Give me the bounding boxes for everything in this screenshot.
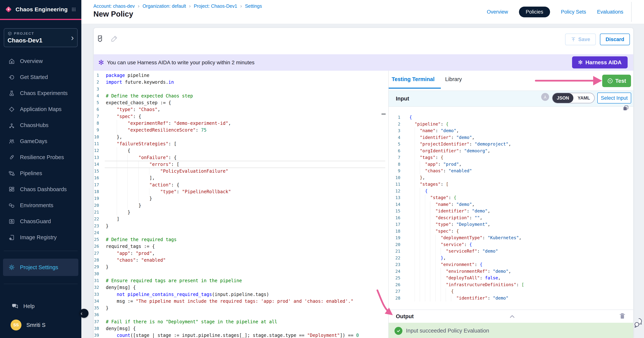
toggle-yaml[interactable]: YAML: [574, 93, 594, 103]
sidebar-item-project-settings[interactable]: Project Settings: [3, 259, 78, 276]
test-button[interactable]: Test: [602, 75, 631, 87]
code-line: 1{: [389, 114, 633, 121]
sidebar-item-label: Chaos Experiments: [20, 90, 68, 96]
policy-code-editor[interactable]: 1package pipeline2import future.keywords…: [94, 71, 388, 338]
code-line: 26required_tags := {: [94, 243, 388, 250]
tab-testing-terminal[interactable]: Testing Terminal: [392, 71, 434, 88]
home-icon: [8, 58, 15, 65]
code-line: 3 "name": "demo",: [389, 127, 633, 134]
header-divider: [631, 2, 632, 22]
sidebar-item-label: Application Maps: [20, 106, 62, 112]
breadcrumb-account[interactable]: Account: chaos-dev: [94, 4, 135, 9]
sidebar-divider: [4, 251, 78, 251]
code-line: 13 "onFailure": {: [94, 154, 388, 161]
tab-evaluations[interactable]: Evaluations: [597, 9, 623, 15]
save-button[interactable]: Save: [565, 34, 596, 45]
sidebar-item-label: Resilience Probes: [20, 154, 64, 160]
flask-icon: [8, 90, 15, 97]
save-label: Save: [578, 37, 590, 43]
sidebar-item-label: Chaos Dashboards: [20, 186, 67, 192]
code-line: 4 "identifier": "demo",: [389, 134, 633, 141]
sidebar-item-chaos-experiments[interactable]: Chaos Experiments: [0, 85, 81, 101]
breadcrumb-settings[interactable]: Settings: [245, 4, 262, 9]
chevron-up-icon[interactable]: [508, 313, 516, 320]
tab-library[interactable]: Library: [445, 71, 462, 88]
copy-icon[interactable]: [622, 105, 629, 111]
tab-policy-sets[interactable]: Policy Sets: [561, 9, 586, 15]
code-line: 19 "deploymentType": "Kubernetes",: [389, 234, 633, 241]
success-check-icon: [394, 327, 402, 335]
code-line: 26 "infrastructureDefinitions": [: [389, 281, 633, 288]
code-line: 14 "name": "demo",: [389, 201, 633, 208]
code-line: 6 "type": "Chaos",: [94, 106, 388, 113]
code-line: 25 "deployToAll": false,: [389, 275, 633, 281]
breadcrumb: Account: chaos-dev › Organization: defau…: [94, 3, 262, 9]
sidebar-item-chaos-dashboards[interactable]: Chaos Dashboards: [0, 181, 81, 197]
help-button[interactable]: Help: [0, 298, 81, 315]
code-line: 4# Define the expected Chaos step: [94, 93, 388, 99]
policy-check-icon[interactable]: [96, 35, 104, 43]
toggle-json[interactable]: JSON: [552, 93, 574, 103]
code-line: 33 not pipeline_contains_required_tags(i…: [94, 291, 388, 298]
sidebar-bottom: Help SS Smriti S: [0, 298, 81, 338]
code-line: 2 "pipeline": {: [389, 121, 633, 128]
user-menu[interactable]: SS Smriti S: [0, 315, 81, 338]
harness-aida-button[interactable]: ✻ Harness AIDA: [572, 56, 628, 69]
code-line: 31# Ensure required tags are present in …: [94, 277, 388, 284]
sidebar-item-label: Get Started: [20, 74, 48, 80]
sidebar-item-chaoshubs[interactable]: ChaosHubs: [0, 117, 81, 133]
sidebar: Chaos Engineering PROJECT Chaos-Dev1 ›: [0, 0, 81, 338]
code-line: 38deny[msg] {: [94, 325, 388, 332]
project-selector[interactable]: PROJECT Chaos-Dev1 ›: [4, 28, 78, 47]
sidebar-item-overview[interactable]: Overview: [0, 53, 81, 69]
code-line: 29}: [94, 263, 388, 270]
json-yaml-toggle[interactable]: JSON YAML: [552, 93, 595, 103]
select-input-button[interactable]: Select Input: [597, 93, 631, 104]
sidebar-item-resilience-probes[interactable]: Resilience Probes: [0, 149, 81, 165]
sidebar-nav: Overview Get Started Chaos Experiments A…: [0, 53, 81, 245]
module-switcher-grid-icon[interactable]: [71, 6, 76, 13]
code-line: 8 "app": "prod",: [389, 161, 633, 168]
code-line: 27 "app": "prod",: [94, 250, 388, 257]
sidebar-item-chaosguard[interactable]: ChaosGuard: [0, 213, 81, 229]
app-title: Chaos Engineering: [16, 6, 68, 13]
code-line: 21 "serviceRef": "demo": [389, 248, 633, 255]
page-header: Account: chaos-dev › Organization: defau…: [81, 0, 644, 24]
people-icon: [8, 138, 15, 145]
code-line: 18 "spec": {: [389, 228, 633, 235]
tab-policies[interactable]: Policies: [519, 7, 550, 17]
code-line: 28 "identifier": "demo": [389, 295, 633, 302]
tab-overview[interactable]: Overview: [487, 9, 508, 15]
code-line: 22 ]: [94, 216, 388, 222]
edit-pencil-icon[interactable]: [110, 35, 118, 43]
code-line: 20 }: [94, 202, 388, 209]
sidebar-collapse-handle[interactable]: ‹: [80, 309, 88, 318]
terminal-tabs: Testing Terminal Library Test: [389, 71, 633, 89]
help-label: Help: [23, 303, 35, 309]
sidebar-item-environments[interactable]: Environments: [0, 197, 81, 213]
cube-icon: [8, 31, 12, 36]
code-line: 30: [94, 270, 388, 277]
sidebar-item-application-maps[interactable]: Application Maps: [0, 101, 81, 117]
sidebar-item-get-started[interactable]: Get Started: [0, 69, 81, 85]
breadcrumb-project[interactable]: Project: Chaos-Dev1: [194, 4, 237, 9]
code-line: 13 "stage": {: [389, 194, 633, 201]
code-line: 20 "service": {: [389, 241, 633, 248]
trash-icon[interactable]: [618, 312, 626, 320]
breadcrumb-organization[interactable]: Organization: default: [142, 4, 186, 9]
code-line: 7 "tags": {: [389, 154, 633, 161]
code-line: 32deny[msg] {: [94, 284, 388, 291]
sidebar-item-pipelines[interactable]: Pipelines: [0, 165, 81, 181]
output-label: Output: [396, 310, 414, 323]
code-line: 9 "expectedResilienceScore": 75: [94, 127, 388, 133]
support-chat-icon[interactable]: [634, 317, 643, 329]
sidebar-item-image-registry[interactable]: Image Registry: [0, 229, 81, 245]
dashboard-icon: [8, 186, 15, 193]
discard-button[interactable]: Discard: [600, 34, 630, 45]
sidebar-item-label: Environments: [20, 202, 53, 208]
input-json-editor[interactable]: 1{2 "pipeline": {3 "name": "demo",4 "ide…: [389, 107, 633, 309]
sidebar-item-gamedays[interactable]: GameDays: [0, 133, 81, 149]
input-source-icon[interactable]: [541, 93, 549, 101]
test-label: Test: [616, 78, 626, 84]
code-line: 16 ],: [94, 175, 388, 181]
